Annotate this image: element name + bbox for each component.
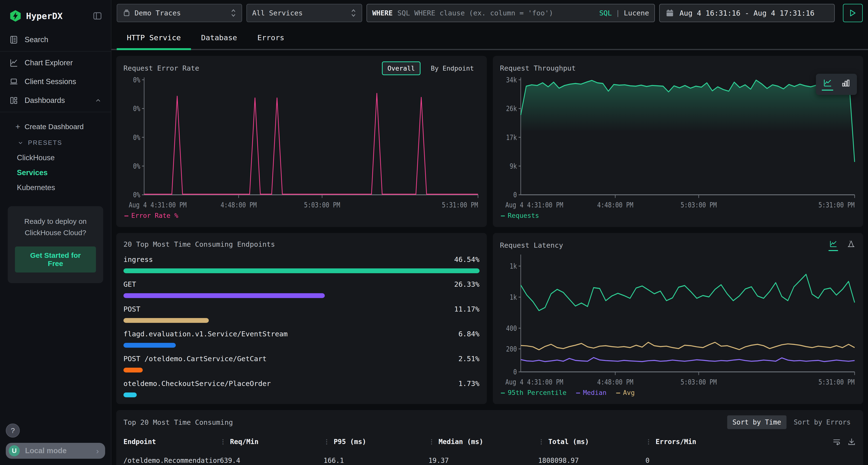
dashboard-grid: Request Error Rate Overall By Endpoint 0… bbox=[112, 50, 868, 465]
latency-legend: —95th Percentile—Median—Avg bbox=[500, 388, 856, 399]
create-dashboard-button[interactable]: + Create Dashboard bbox=[0, 118, 111, 135]
drag-handle-icon[interactable]: ⋮ bbox=[646, 438, 652, 445]
sidebar-item-client-sessions[interactable]: Client Sessions bbox=[0, 72, 111, 91]
run-query-button[interactable] bbox=[843, 4, 863, 22]
sql-mode-toggle[interactable]: SQL bbox=[599, 9, 612, 17]
panel-title: Top 20 Most Time Consuming bbox=[123, 418, 233, 427]
select-chevrons-icon bbox=[350, 8, 356, 18]
svg-text:0: 0 bbox=[513, 368, 517, 376]
sidebar-item-label: Dashboards bbox=[25, 96, 65, 105]
line-chart-icon[interactable] bbox=[829, 239, 838, 251]
svg-text:5:31:00 PM: 5:31:00 PM bbox=[442, 201, 478, 209]
time-range-picker[interactable]: Aug 4 16:31:16 - Aug 4 17:31:16 bbox=[659, 4, 835, 22]
wrap-lines-icon[interactable] bbox=[832, 437, 841, 446]
sidebar-item-label: Chart Explorer bbox=[25, 59, 73, 67]
endpoint-label: ingress bbox=[123, 255, 153, 264]
column-header[interactable]: ⋮P95 (ms) bbox=[323, 438, 429, 446]
endpoint-row: oteldemo.CheckoutService/PlaceOrder1.73% bbox=[123, 379, 479, 397]
clickhouse-cloud-promo: Ready to deploy on ClickHouse Cloud? Get… bbox=[8, 206, 103, 283]
overall-toggle-button[interactable]: Overall bbox=[382, 61, 421, 75]
column-header[interactable]: ⋮Errors/Min bbox=[646, 438, 830, 446]
source-select[interactable]: Demo Traces bbox=[117, 4, 242, 22]
tab-database[interactable]: Database bbox=[191, 26, 247, 50]
legend-item: —Error Rate % bbox=[124, 212, 178, 219]
laptop-icon bbox=[9, 77, 18, 86]
help-button[interactable]: ? bbox=[6, 424, 20, 437]
column-header[interactable]: ⋮Req/Min bbox=[220, 438, 323, 446]
svg-text:4:48:00 PM: 4:48:00 PM bbox=[597, 378, 633, 386]
chevron-down-icon bbox=[18, 140, 24, 146]
avatar: U bbox=[9, 445, 20, 456]
search-logs-icon bbox=[9, 35, 18, 44]
latency-chart: 1k1k4002000Aug 4 4:31:00 PM4:48:00 PM5:0… bbox=[500, 252, 856, 388]
source-select-value: Demo Traces bbox=[134, 9, 181, 17]
sidebar-item-kubernetes[interactable]: Kubernetes bbox=[0, 180, 111, 195]
bar-chart-icon[interactable] bbox=[840, 78, 851, 91]
create-dashboard-label: Create Dashboard bbox=[25, 123, 84, 131]
where-badge: WHERE bbox=[372, 9, 393, 17]
svg-text:34k: 34k bbox=[506, 76, 517, 84]
table-cell[interactable]: 0 bbox=[646, 457, 830, 465]
user-menu[interactable]: U Local mode › bbox=[6, 443, 105, 459]
endpoint-percent: 2.51% bbox=[458, 355, 479, 363]
drag-handle-icon[interactable]: ⋮ bbox=[538, 438, 545, 445]
histogram-icon[interactable] bbox=[846, 239, 856, 248]
topbar: Demo Traces All Services WHERE SQL | Luc… bbox=[112, 0, 868, 26]
drag-handle-icon[interactable]: ⋮ bbox=[429, 438, 435, 445]
endpoint-percent: 6.84% bbox=[458, 330, 479, 338]
column-header[interactable]: Endpoint bbox=[123, 438, 220, 446]
svg-text:0%: 0% bbox=[133, 76, 140, 84]
sidebar-item-services[interactable]: Services bbox=[0, 165, 111, 180]
sidebar-item-search[interactable]: Search bbox=[0, 30, 111, 49]
line-chart-icon[interactable] bbox=[822, 78, 833, 91]
table-cell[interactable]: 166.1 bbox=[323, 457, 429, 465]
endpoint-label: flagd.evaluation.v1.Service/EventStream bbox=[123, 330, 288, 338]
sort-by-time-button[interactable]: Sort by Time bbox=[727, 416, 786, 429]
sidebar-item-clickhouse[interactable]: ClickHouse bbox=[0, 150, 111, 165]
table-cell[interactable]: 1808098.97 bbox=[538, 457, 646, 465]
svg-text:0%: 0% bbox=[133, 133, 140, 141]
endpoint-percent: 1.73% bbox=[458, 379, 479, 388]
download-icon[interactable] bbox=[847, 437, 856, 446]
svg-text:Aug 4 4:31:00 PM: Aug 4 4:31:00 PM bbox=[505, 201, 563, 209]
chart-explorer-icon bbox=[9, 58, 18, 67]
column-header[interactable]: ⋮Total (ms) bbox=[538, 438, 646, 446]
svg-text:Aug 4 4:31:00 PM: Aug 4 4:31:00 PM bbox=[505, 378, 563, 386]
panel-title: 20 Top Most Time Consuming Endpoints bbox=[123, 240, 479, 248]
app-title: HyperDX bbox=[26, 11, 93, 21]
tab-errors[interactable]: Errors bbox=[247, 26, 294, 50]
dashboards-icon bbox=[9, 96, 18, 105]
svg-text:26k: 26k bbox=[506, 104, 517, 113]
legend-item: —Requests bbox=[501, 212, 539, 219]
svg-text:0: 0 bbox=[513, 191, 517, 199]
sidebar-item-dashboards[interactable]: Dashboards bbox=[0, 91, 111, 110]
get-started-button[interactable]: Get Started for Free bbox=[15, 246, 96, 272]
legend-item: —95th Percentile bbox=[501, 389, 567, 396]
lucene-mode-toggle[interactable]: Lucene bbox=[624, 9, 649, 17]
presets-toggle[interactable]: PRESETS bbox=[0, 135, 111, 150]
table-cell[interactable]: 19.37 bbox=[429, 457, 538, 465]
chart-type-controls bbox=[816, 74, 857, 95]
logo-row: HyperDX bbox=[0, 0, 111, 30]
promo-line2: ClickHouse Cloud? bbox=[15, 227, 96, 238]
sidebar-item-label: Search bbox=[25, 35, 48, 44]
sidebar-collapse-icon[interactable] bbox=[93, 11, 102, 21]
drag-handle-icon[interactable]: ⋮ bbox=[220, 438, 226, 445]
svg-text:1k: 1k bbox=[509, 293, 517, 301]
drag-handle-icon[interactable]: ⋮ bbox=[323, 438, 330, 445]
table-cell[interactable]: /oteldemo.RecommendationServ bbox=[123, 457, 220, 465]
calendar-icon bbox=[665, 9, 674, 18]
search-input[interactable] bbox=[397, 9, 599, 18]
tab-http-service[interactable]: HTTP Service bbox=[117, 26, 191, 50]
sidebar-item-chart-explorer[interactable]: Chart Explorer bbox=[0, 54, 111, 72]
svg-text:4:48:00 PM: 4:48:00 PM bbox=[221, 201, 257, 209]
by-endpoint-toggle-button[interactable]: By Endpoint bbox=[425, 61, 479, 75]
sort-by-errors-button[interactable]: Sort by Errors bbox=[788, 416, 856, 429]
column-header[interactable]: ⋮Median (ms) bbox=[429, 438, 538, 446]
endpoint-row: GET26.33% bbox=[123, 280, 479, 298]
endpoint-bar bbox=[123, 293, 325, 298]
service-select[interactable]: All Services bbox=[246, 4, 362, 22]
table-cell[interactable]: 639.4 bbox=[220, 457, 323, 465]
svg-text:0%: 0% bbox=[133, 104, 140, 113]
error-rate-legend: —Error Rate % bbox=[123, 210, 479, 222]
